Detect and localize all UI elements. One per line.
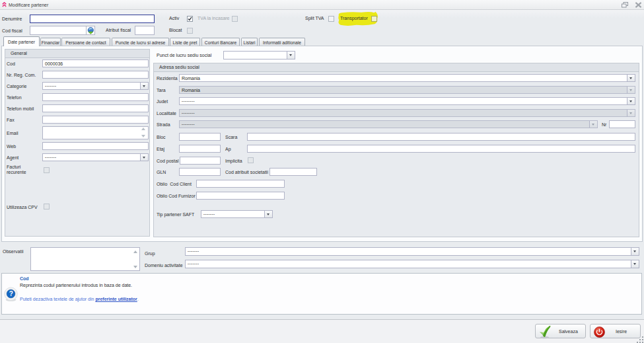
svg-text:?: ? (9, 290, 13, 297)
